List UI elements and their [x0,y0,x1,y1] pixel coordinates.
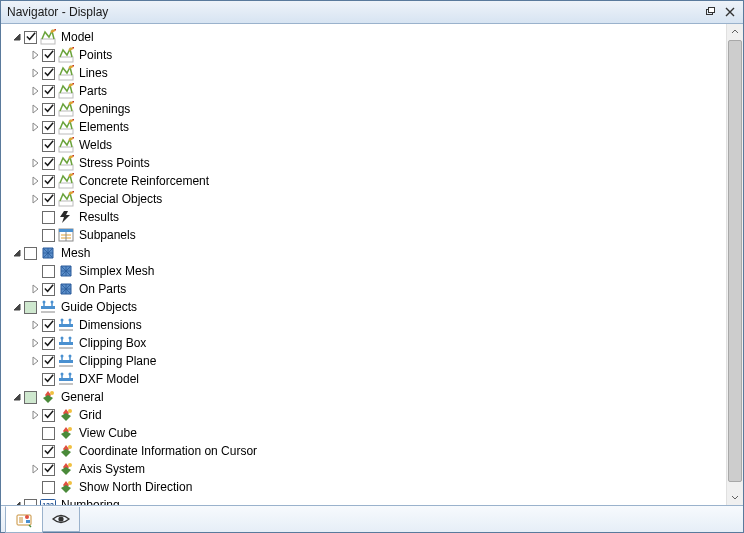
collapse-icon[interactable] [11,301,23,313]
checkbox-simplex[interactable] [42,265,55,278]
expand-icon[interactable] [29,355,41,367]
tree-label: Lines [77,66,110,80]
tree-row-reinf[interactable]: Concrete Reinforcement [5,172,726,190]
checkbox-dxf[interactable] [42,373,55,386]
tree-row-axis[interactable]: Axis System [5,460,726,478]
tree-label: DXF Model [77,372,141,386]
expand-icon[interactable] [29,283,41,295]
twisty-spacer [29,481,41,493]
model-icon [40,29,56,45]
checkbox-dims[interactable] [42,319,55,332]
expand-icon[interactable] [29,337,41,349]
guide-icon [40,299,56,315]
tree-row-dims[interactable]: Dimensions [5,316,726,334]
tree-label: Concrete Reinforcement [77,174,211,188]
checkbox-coord[interactable] [42,445,55,458]
checkbox-guide[interactable] [24,301,37,314]
checkbox-points[interactable] [42,49,55,62]
expand-icon[interactable] [29,157,41,169]
expand-icon[interactable] [29,103,41,115]
general-icon [58,443,74,459]
model-icon [58,119,74,135]
bottom-tabs [1,505,743,532]
scroll-thumb[interactable] [728,40,742,482]
checkbox-openings[interactable] [42,103,55,116]
tree-row-lines[interactable]: Lines [5,64,726,82]
checkbox-cplane[interactable] [42,355,55,368]
tree-row-guide[interactable]: Guide Objects [5,298,726,316]
expand-icon[interactable] [29,49,41,61]
checkbox-cbox[interactable] [42,337,55,350]
tree-row-simplex[interactable]: Simplex Mesh [5,262,726,280]
tab-data[interactable] [5,506,43,533]
close-button[interactable] [721,3,739,21]
general-icon [58,461,74,477]
display-tree[interactable]: Model Points Lines Parts [1,24,726,505]
checkbox-numbering[interactable] [24,499,37,506]
checkbox-viewcube[interactable] [42,427,55,440]
checkbox-lines[interactable] [42,67,55,80]
expand-icon[interactable] [29,121,41,133]
expand-icon[interactable] [29,463,41,475]
tree-row-north[interactable]: Show North Direction [5,478,726,496]
tree-row-parts[interactable]: Parts [5,82,726,100]
checkbox-general[interactable] [24,391,37,404]
model-icon [58,191,74,207]
tree-row-numbering[interactable]: Numbering [5,496,726,505]
tree-row-special[interactable]: Special Objects [5,190,726,208]
expand-icon[interactable] [29,193,41,205]
tree-row-points[interactable]: Points [5,46,726,64]
vertical-scrollbar[interactable] [726,24,743,505]
collapse-icon[interactable] [11,391,23,403]
tree-row-cplane[interactable]: Clipping Plane [5,352,726,370]
checkbox-grid[interactable] [42,409,55,422]
tree-row-general[interactable]: General [5,388,726,406]
tree-row-results[interactable]: Results [5,208,726,226]
tree-row-viewcube[interactable]: View Cube [5,424,726,442]
tree-row-elements[interactable]: Elements [5,118,726,136]
tree-row-openings[interactable]: Openings [5,100,726,118]
expand-icon[interactable] [29,85,41,97]
tree-row-dxf[interactable]: DXF Model [5,370,726,388]
scroll-down-button[interactable] [727,489,743,505]
scroll-up-button[interactable] [727,24,743,40]
tree-row-model[interactable]: Model [5,28,726,46]
checkbox-axis[interactable] [42,463,55,476]
collapse-icon[interactable] [11,247,23,259]
checkbox-mesh[interactable] [24,247,37,260]
tree-row-mesh[interactable]: Mesh [5,244,726,262]
tab-display[interactable] [42,507,80,532]
expand-icon[interactable] [29,175,41,187]
checkbox-elements[interactable] [42,121,55,134]
collapse-icon[interactable] [11,31,23,43]
mesh-icon [58,263,74,279]
expand-icon[interactable] [29,319,41,331]
tree-row-grid[interactable]: Grid [5,406,726,424]
tree-row-coord[interactable]: Coordinate Information on Cursor [5,442,726,460]
tree-label: Axis System [77,462,147,476]
checkbox-north[interactable] [42,481,55,494]
checkbox-results[interactable] [42,211,55,224]
expand-icon[interactable] [29,409,41,421]
checkbox-stress[interactable] [42,157,55,170]
checkbox-parts[interactable] [42,85,55,98]
checkbox-reinf[interactable] [42,175,55,188]
expand-icon[interactable] [29,67,41,79]
tree-row-cbox[interactable]: Clipping Box [5,334,726,352]
checkbox-subpanels[interactable] [42,229,55,242]
scroll-track[interactable] [727,40,743,489]
checkbox-special[interactable] [42,193,55,206]
restore-button[interactable] [701,3,719,21]
tree-row-welds[interactable]: Welds [5,136,726,154]
twisty-spacer [29,445,41,457]
tree-row-subpanels[interactable]: Subpanels [5,226,726,244]
checkbox-model[interactable] [24,31,37,44]
twisty-spacer [29,139,41,151]
tree-label: Special Objects [77,192,164,206]
tree-row-stress[interactable]: Stress Points [5,154,726,172]
guide-icon [58,317,74,333]
mesh-icon [40,245,56,261]
checkbox-welds[interactable] [42,139,55,152]
checkbox-onparts[interactable] [42,283,55,296]
tree-row-onparts[interactable]: On Parts [5,280,726,298]
